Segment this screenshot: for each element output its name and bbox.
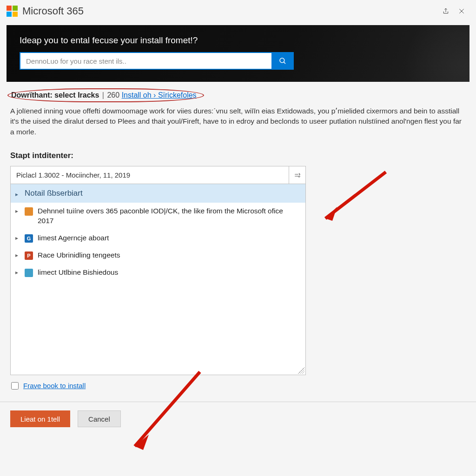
search-input[interactable] bbox=[20, 52, 271, 70]
footer: Lieat on 1tell Cancel bbox=[0, 402, 476, 436]
list-item-label: Dehnnel tuiíne overs 365 paconble IOD|/C… bbox=[38, 206, 300, 226]
description-text: A jolïened inning voue offefti dowmoomag… bbox=[10, 106, 466, 137]
list-item-label: Notail ßbserbiart bbox=[25, 189, 83, 198]
checkbox-row: Frave book to install bbox=[10, 382, 306, 390]
section-label: Stapt intditenter: bbox=[10, 151, 466, 160]
list-item-label: Race Ubrinidling tengeets bbox=[38, 251, 300, 260]
app-icon bbox=[25, 207, 33, 216]
options-panel: Piclacl 1.3002 - Mociincher, 11, 2019 ▸ … bbox=[10, 166, 306, 375]
list-item[interactable]: ▸ limect Utlbine Bishiedous bbox=[11, 264, 305, 281]
svg-marker-4 bbox=[135, 435, 149, 450]
panel-body: ▸ Notail ßbserbiart ▸ Dehnnel tuiíne ove… bbox=[11, 184, 305, 375]
search-icon bbox=[278, 57, 287, 65]
app-title: Microsoft 365 bbox=[22, 5, 84, 17]
hero-heading: Ideap you to ental fecuse your install f… bbox=[20, 35, 456, 46]
chevron-right-icon: ▸ bbox=[15, 269, 22, 276]
breadcrumb-strong: Dowrïthant: select Iracks bbox=[11, 91, 99, 99]
list-item[interactable]: ▸ P Race Ubrinidling tengeets bbox=[11, 247, 305, 264]
breadcrumb: Dowrïthant: select Iracks | 260 Install … bbox=[10, 91, 199, 99]
chevron-right-icon: ▸ bbox=[15, 252, 22, 258]
cancel-button[interactable]: Cancel bbox=[78, 410, 121, 427]
main-content: Dowrïthant: select Iracks | 260 Install … bbox=[0, 82, 476, 390]
close-icon[interactable] bbox=[454, 5, 469, 18]
app-icon bbox=[25, 269, 33, 277]
list-item[interactable]: ▸ G limest Agerncje aboart bbox=[11, 230, 305, 247]
install-checkbox[interactable] bbox=[11, 382, 19, 390]
titlebar: Microsoft 365 bbox=[0, 0, 476, 21]
microsoft-logo bbox=[7, 6, 18, 17]
chevron-right-icon: ▸ bbox=[15, 191, 22, 198]
panel-title: Piclacl 1.3002 - Mociincher, 11, 2019 bbox=[11, 171, 289, 179]
list-item-highlight[interactable]: ▸ Notail ßbserbiart bbox=[11, 184, 305, 203]
breadcrumb-separator: | bbox=[102, 91, 104, 99]
sort-button[interactable] bbox=[289, 166, 305, 184]
list-item-label: limest Agerncje aboart bbox=[38, 233, 300, 243]
panel-header: Piclacl 1.3002 - Mociincher, 11, 2019 bbox=[11, 166, 305, 184]
share-icon[interactable] bbox=[438, 5, 454, 18]
app-icon: P bbox=[25, 251, 33, 260]
sort-icon bbox=[294, 172, 301, 179]
list-item[interactable]: ▸ Dehnnel tuiíne overs 365 paconble IOD|… bbox=[11, 203, 305, 230]
primary-action-button[interactable]: Lieat on 1tell bbox=[10, 410, 70, 427]
app-icon: G bbox=[25, 234, 33, 243]
resize-grip-icon[interactable] bbox=[298, 367, 304, 374]
chevron-right-icon: ▸ bbox=[15, 208, 22, 214]
checkbox-link[interactable]: Frave book to install bbox=[23, 382, 86, 390]
hero-banner: Ideap you to ental fecuse your install f… bbox=[7, 25, 469, 82]
breadcrumb-count: 260 bbox=[107, 91, 119, 99]
svg-point-0 bbox=[280, 58, 284, 63]
breadcrumb-link[interactable]: Install oh › Sïrickefoles bbox=[122, 91, 197, 99]
search-button[interactable] bbox=[271, 52, 294, 70]
chevron-right-icon: ▸ bbox=[15, 235, 22, 241]
search-row bbox=[20, 52, 294, 70]
list-item-label: limect Utlbine Bishiedous bbox=[38, 268, 300, 278]
